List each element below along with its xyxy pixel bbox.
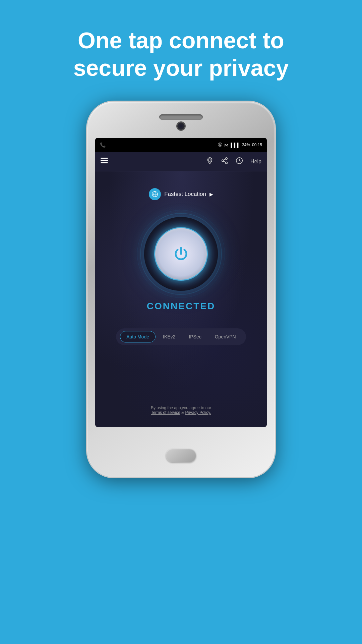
svg-rect-2	[101, 162, 108, 163]
privacy-policy-link[interactable]: Privacy Policy.	[185, 410, 211, 415]
battery-text: 34%	[242, 143, 250, 147]
clock: 00:15	[252, 143, 262, 147]
footer-separator: &	[181, 410, 185, 415]
protocol-openvpn[interactable]: OpenVPN	[209, 331, 242, 342]
phone-camera	[177, 122, 185, 130]
headline-line1: One tap connect to	[78, 28, 284, 53]
phone-speaker	[159, 114, 203, 120]
power-button[interactable]	[154, 227, 208, 281]
phone-icon: 📞	[100, 142, 106, 148]
protocol-ipsec[interactable]: IPSec	[183, 331, 207, 342]
phone-home-button[interactable]	[166, 449, 196, 462]
speed-button[interactable]	[236, 157, 243, 166]
svg-line-8	[224, 159, 226, 160]
agreement-text: By using the app,you agree to our Terms …	[151, 406, 211, 415]
svg-rect-1	[101, 160, 108, 161]
signal-icon: ▌▌▌	[231, 143, 240, 148]
terms-of-service-link[interactable]: Terms of service	[151, 410, 180, 415]
phone-mockup: 📞 Ⓝ ⋈ ▌▌▌ 34% 00:15	[87, 102, 275, 477]
toolbar-icons: Help	[206, 157, 261, 166]
svg-rect-0	[101, 158, 108, 159]
status-right: Ⓝ ⋈ ▌▌▌ 34% 00:15	[218, 142, 262, 148]
svg-point-5	[222, 160, 224, 162]
protocol-ikev2[interactable]: IKEv2	[157, 331, 181, 342]
app-toolbar: Help	[95, 152, 267, 171]
power-glow-ring	[144, 217, 218, 291]
phone-screen: 📞 Ⓝ ⋈ ▌▌▌ 34% 00:15	[95, 138, 267, 427]
location-arrow: ▶	[209, 192, 213, 197]
menu-button[interactable]	[101, 158, 108, 165]
protocol-selector: Auto Mode IKEv2 IPSec OpenVPN	[116, 328, 246, 345]
connection-status: CONNECTED	[147, 301, 215, 312]
app-footer: By using the app,you agree to our Terms …	[145, 400, 217, 420]
power-area	[144, 217, 218, 291]
protocol-auto-mode[interactable]: Auto Mode	[120, 331, 156, 342]
share-button[interactable]	[221, 157, 228, 166]
headline: One tap connect to secure your privacy	[53, 27, 309, 82]
wifi-icon: ⋈	[224, 143, 229, 148]
svg-point-3	[208, 159, 211, 161]
status-bar: 📞 Ⓝ ⋈ ▌▌▌ 34% 00:15	[95, 138, 267, 152]
agreement-label: By using the app,you agree to our	[151, 406, 211, 410]
help-button[interactable]: Help	[250, 159, 261, 165]
fastest-location-label: Fastest Location	[164, 191, 206, 198]
headline-line2: secure your privacy	[73, 55, 289, 80]
app-content: Fastest Location ▶ CONNECTED A	[95, 171, 267, 427]
svg-point-6	[226, 162, 228, 164]
svg-point-4	[226, 158, 228, 160]
location-row[interactable]: Fastest Location ▶	[149, 188, 213, 200]
location-button[interactable]	[206, 157, 214, 166]
nfc-icon: Ⓝ	[218, 142, 222, 148]
globe-icon	[149, 188, 161, 200]
svg-line-7	[224, 161, 226, 163]
